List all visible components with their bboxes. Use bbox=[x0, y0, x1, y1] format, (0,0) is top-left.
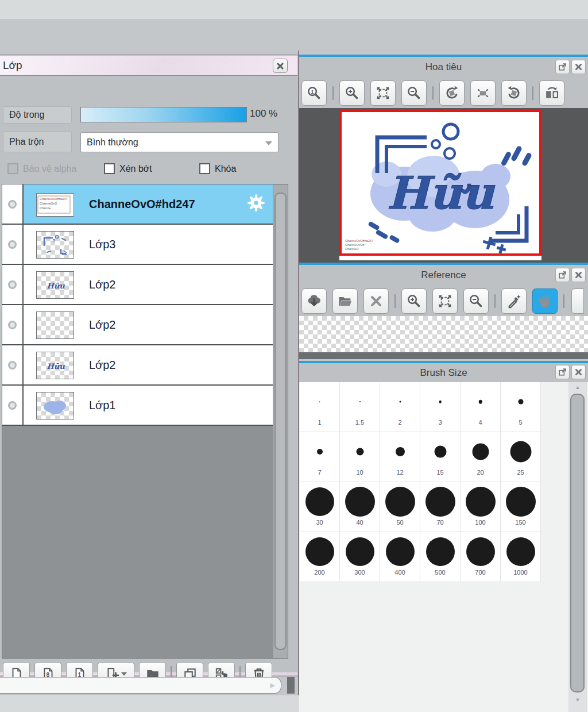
navigator-title: Hoa tiêu bbox=[425, 61, 462, 73]
brush-size-cell[interactable]: 25 bbox=[501, 432, 541, 482]
layer-window-titlebar[interactable]: Lớp bbox=[0, 56, 297, 75]
brush-size-cell[interactable]: 2 bbox=[380, 382, 420, 432]
navigator-canvas[interactable]: Hữu ChanneOvO#hd247 ChanneOvO# ChanneO bbox=[299, 108, 588, 263]
navigator-titlebar[interactable]: Hoa tiêu bbox=[299, 57, 588, 78]
brush-size-cell[interactable]: 10 bbox=[340, 432, 380, 482]
layer-visibility-toggle[interactable] bbox=[2, 225, 24, 264]
brush-size-titlebar[interactable]: Brush Size bbox=[299, 363, 588, 382]
gear-icon[interactable] bbox=[246, 193, 266, 215]
chevron-down-icon bbox=[121, 672, 127, 676]
brush-size-cell[interactable]: 1.5 bbox=[340, 382, 380, 432]
close-icon[interactable] bbox=[571, 60, 586, 74]
brush-size-label: 12 bbox=[380, 469, 420, 476]
cut-off-button[interactable] bbox=[571, 288, 584, 314]
brush-dot bbox=[386, 537, 415, 566]
brush-size-cell[interactable]: 700 bbox=[461, 532, 501, 582]
rotate-cw-icon[interactable] bbox=[501, 80, 527, 106]
close-icon[interactable] bbox=[273, 59, 288, 73]
layer-visibility-toggle[interactable] bbox=[2, 386, 24, 425]
reference-titlebar[interactable]: Reference bbox=[299, 265, 588, 286]
brush-size-cell[interactable]: 40 bbox=[340, 482, 380, 532]
zoom-in-icon[interactable] bbox=[339, 80, 365, 106]
zoom-out-icon[interactable] bbox=[463, 288, 489, 314]
scroll-right-icon[interactable]: ▶ bbox=[270, 682, 275, 689]
layer-row[interactable]: ChanneOvO#hd247ChanneOvOChanneChanneOvO#… bbox=[2, 184, 273, 225]
popup-window-icon[interactable] bbox=[555, 60, 570, 74]
scroll-down-icon[interactable]: ▼ bbox=[568, 697, 587, 703]
layer-list-scrollbar-thumb[interactable] bbox=[274, 193, 287, 650]
checkbox-clip[interactable]: Xén bớt bbox=[104, 163, 152, 174]
svg-text:Hữu: Hữu bbox=[386, 167, 495, 219]
checkbox-lock[interactable]: Khóa bbox=[199, 163, 236, 174]
clear-icon[interactable] bbox=[363, 288, 389, 314]
close-icon[interactable] bbox=[571, 268, 586, 282]
checkbox-box bbox=[7, 163, 18, 174]
layer-visibility-toggle[interactable] bbox=[2, 184, 24, 224]
brush-size-cell[interactable]: 100 bbox=[461, 482, 501, 532]
layer-row[interactable]: Lớp3 bbox=[2, 225, 273, 265]
popup-window-icon[interactable] bbox=[555, 365, 570, 379]
zoom-100-icon[interactable]: 1 bbox=[301, 80, 327, 106]
layer-thumbnail: Hữu bbox=[36, 352, 74, 379]
opacity-slider[interactable] bbox=[80, 107, 247, 122]
rotate-ccw-icon[interactable] bbox=[439, 80, 465, 106]
svg-text:Hữu: Hữu bbox=[47, 362, 65, 371]
zoom-in-icon[interactable] bbox=[401, 288, 427, 314]
brush-size-cell[interactable]: 30 bbox=[300, 482, 340, 532]
brush-size-cell[interactable]: 70 bbox=[420, 482, 461, 532]
navigator-preview[interactable]: Hữu ChanneOvO#hd247 ChanneOvO# ChanneO bbox=[339, 110, 541, 260]
brush-size-cell[interactable]: 50 bbox=[380, 482, 420, 532]
brush-size-cell[interactable]: 20 bbox=[461, 432, 501, 482]
brush-size-cell[interactable]: 12 bbox=[380, 432, 420, 482]
checkbox-box[interactable] bbox=[199, 163, 210, 174]
brush-size-cell[interactable]: 400 bbox=[380, 532, 420, 582]
layer-name: Lớp3 bbox=[89, 238, 115, 251]
brush-size-cell[interactable]: 300 bbox=[340, 532, 380, 582]
zoom-out-icon[interactable] bbox=[401, 80, 427, 106]
brush-size-cell[interactable]: 7 bbox=[300, 432, 340, 482]
brush-size-cell[interactable]: 4 bbox=[461, 382, 501, 432]
cloud-download-icon[interactable] bbox=[301, 288, 327, 314]
brush-scrollbar[interactable]: ▲ ▼ bbox=[568, 382, 587, 712]
brush-size-cell[interactable]: 1000 bbox=[501, 532, 541, 582]
artwork-preview: Hữu ChanneOvO#hd247 ChanneOvO# ChanneO bbox=[342, 112, 539, 253]
layer-window-content: Độ trong 100 % Pha trộn Bình thường Chan… bbox=[0, 75, 297, 672]
layer-thumbnail: ChanneOvO#hd247ChanneOvOChanne bbox=[36, 193, 74, 217]
brush-size-cell[interactable]: 150 bbox=[501, 482, 541, 532]
brush-dot bbox=[466, 487, 496, 517]
brush-size-label: 150 bbox=[501, 519, 540, 526]
layer-row[interactable]: Lớp1 bbox=[2, 386, 273, 426]
blend-mode-select[interactable]: Bình thường bbox=[80, 132, 278, 152]
layer-row[interactable]: HữuLớp2 bbox=[2, 345, 273, 386]
checkbox-box[interactable] bbox=[104, 163, 115, 174]
brush-size-cell[interactable]: 5 bbox=[501, 382, 541, 432]
layer-visibility-toggle[interactable] bbox=[2, 345, 24, 384]
fit-window-icon[interactable] bbox=[432, 288, 458, 314]
layer-row[interactable]: Lớp2 bbox=[2, 305, 273, 345]
eyedropper-icon[interactable] bbox=[501, 288, 527, 314]
reset-rotation-icon[interactable] bbox=[470, 80, 496, 106]
brush-size-cell[interactable]: 3 bbox=[420, 382, 461, 432]
hand-icon[interactable] bbox=[532, 288, 558, 314]
scroll-up-icon[interactable]: ▲ bbox=[568, 384, 587, 390]
reference-empty-area[interactable] bbox=[299, 316, 588, 352]
brush-scrollbar-thumb[interactable] bbox=[570, 394, 585, 692]
layer-visibility-toggle[interactable] bbox=[2, 265, 24, 304]
layer-list-scrollbar[interactable] bbox=[273, 184, 288, 659]
horizontal-scrollbar[interactable]: ▶ bbox=[0, 677, 281, 694]
brush-size-cell[interactable]: 15 bbox=[420, 432, 461, 482]
view-rectangle[interactable]: Hữu ChanneOvO#hd247 ChanneOvO# ChanneO bbox=[339, 110, 541, 256]
popup-window-icon[interactable] bbox=[555, 268, 570, 282]
fit-window-icon[interactable] bbox=[370, 80, 396, 106]
brush-size-cell[interactable]: 500 bbox=[420, 532, 461, 582]
open-folder-icon[interactable] bbox=[332, 288, 358, 314]
brush-size-cell[interactable]: 1 bbox=[300, 382, 340, 432]
brush-size-label: 1.5 bbox=[340, 419, 380, 426]
layer-visibility-toggle[interactable] bbox=[2, 305, 24, 344]
brush-dot bbox=[399, 401, 401, 403]
brush-size-cell[interactable]: 200 bbox=[300, 532, 340, 582]
layer-row[interactable]: HữuLớp2 bbox=[2, 265, 273, 305]
brush-dot bbox=[518, 399, 523, 405]
flip-horizontal-icon[interactable] bbox=[539, 80, 564, 106]
close-icon[interactable] bbox=[571, 365, 586, 379]
